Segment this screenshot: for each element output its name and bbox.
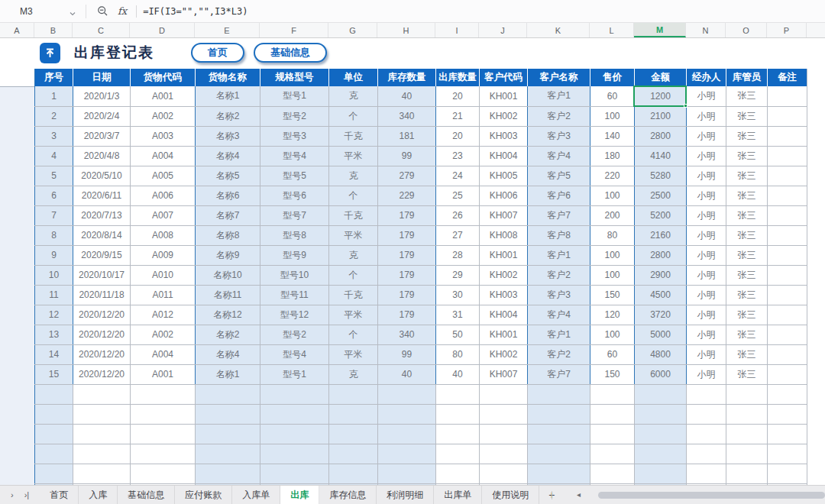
sheet-tab-3[interactable]: 基础信息 bbox=[118, 486, 175, 504]
table-cell[interactable]: 2020/12/20 bbox=[73, 325, 131, 344]
table-cell[interactable] bbox=[378, 424, 436, 444]
table-cell[interactable]: 名称1 bbox=[196, 364, 260, 384]
table-cell[interactable]: 2800 bbox=[635, 126, 687, 146]
table-cell[interactable]: 181 bbox=[378, 126, 436, 146]
table-cell[interactable] bbox=[329, 384, 378, 404]
table-cell[interactable]: 张三 bbox=[726, 364, 768, 384]
table-cell[interactable]: 小明 bbox=[687, 325, 726, 344]
table-cell[interactable]: 型号8 bbox=[260, 225, 329, 245]
table-cell[interactable]: 名称3 bbox=[196, 126, 260, 146]
table-cell[interactable]: 张三 bbox=[726, 344, 768, 364]
table-cell[interactable]: 型号2 bbox=[260, 325, 329, 344]
table-cell[interactable] bbox=[480, 384, 528, 404]
table-cell[interactable] bbox=[329, 464, 378, 483]
table-cell[interactable]: 名称7 bbox=[196, 205, 260, 225]
table-cell[interactable] bbox=[131, 464, 196, 483]
table-cell[interactable]: 小明 bbox=[687, 364, 726, 384]
table-cell[interactable]: 80 bbox=[436, 344, 480, 364]
table-cell[interactable] bbox=[196, 464, 260, 483]
table-cell[interactable]: 20 bbox=[436, 86, 480, 106]
column-header-H[interactable]: H bbox=[377, 23, 435, 37]
table-cell[interactable] bbox=[73, 384, 131, 404]
table-cell[interactable]: 179 bbox=[378, 245, 436, 265]
table-cell[interactable] bbox=[480, 404, 528, 424]
table-cell[interactable]: 名称6 bbox=[196, 186, 260, 205]
table-cell[interactable]: 15 bbox=[35, 364, 73, 384]
table-cell[interactable]: 张三 bbox=[726, 285, 768, 305]
scroll-left-icon[interactable]: ◂ bbox=[577, 490, 581, 499]
table-cell[interactable]: A003 bbox=[131, 126, 196, 146]
column-header-L[interactable]: L bbox=[590, 23, 634, 37]
table-cell[interactable] bbox=[768, 225, 807, 245]
table-cell[interactable]: 99 bbox=[378, 344, 436, 364]
table-cell[interactable]: 2020/12/20 bbox=[73, 364, 131, 384]
table-cell[interactable]: 21 bbox=[436, 106, 480, 126]
horizontal-scrollbar[interactable] bbox=[598, 492, 825, 499]
table-cell[interactable]: 型号11 bbox=[260, 285, 329, 305]
table-header-cell[interactable]: 库存数量 bbox=[378, 69, 436, 86]
column-header-N[interactable]: N bbox=[686, 23, 726, 37]
table-cell[interactable]: 客户6 bbox=[528, 186, 590, 205]
table-cell[interactable]: 2020/12/20 bbox=[73, 305, 131, 325]
table-cell[interactable]: 2020/6/11 bbox=[73, 186, 131, 205]
table-cell[interactable]: 小明 bbox=[687, 205, 726, 225]
table-cell[interactable]: 小明 bbox=[687, 126, 726, 146]
table-cell[interactable]: A009 bbox=[131, 245, 196, 265]
table-cell[interactable]: 型号6 bbox=[260, 186, 329, 205]
column-a-strip[interactable] bbox=[0, 86, 34, 485]
table-cell[interactable] bbox=[635, 384, 687, 404]
table-cell[interactable] bbox=[35, 384, 73, 404]
table-cell[interactable]: 2020/1/3 bbox=[73, 86, 131, 106]
table-cell[interactable] bbox=[260, 464, 329, 483]
table-cell[interactable]: 型号10 bbox=[260, 265, 329, 285]
table-cell[interactable]: 120 bbox=[590, 305, 635, 325]
table-cell[interactable]: 40 bbox=[378, 86, 436, 106]
table-cell[interactable]: 31 bbox=[436, 305, 480, 325]
table-cell[interactable]: KH002 bbox=[480, 106, 528, 126]
table-cell[interactable]: 1 bbox=[35, 86, 73, 106]
table-cell[interactable]: 型号4 bbox=[260, 146, 329, 166]
table-cell[interactable]: KH008 bbox=[480, 225, 528, 245]
table-cell[interactable]: 100 bbox=[590, 106, 635, 126]
table-cell[interactable] bbox=[436, 404, 480, 424]
table-cell[interactable]: KH001 bbox=[480, 245, 528, 265]
table-cell[interactable]: 5200 bbox=[635, 205, 687, 225]
table-cell[interactable] bbox=[590, 424, 635, 444]
table-cell[interactable]: A004 bbox=[131, 146, 196, 166]
table-cell[interactable] bbox=[131, 404, 196, 424]
table-cell[interactable] bbox=[590, 384, 635, 404]
table-cell[interactable] bbox=[196, 404, 260, 424]
table-header-cell[interactable]: 售价 bbox=[590, 69, 635, 86]
sheet-tab-8[interactable]: 利润明细 bbox=[377, 486, 434, 504]
table-cell[interactable]: A004 bbox=[131, 344, 196, 364]
column-header-O[interactable]: O bbox=[726, 23, 767, 37]
table-cell[interactable]: 小明 bbox=[687, 186, 726, 205]
table-cell[interactable]: 2020/8/14 bbox=[73, 225, 131, 245]
table-header-cell[interactable]: 客户代码 bbox=[480, 69, 528, 86]
table-cell[interactable]: KH002 bbox=[480, 265, 528, 285]
table-cell[interactable]: 2800 bbox=[635, 245, 687, 265]
table-header-cell[interactable]: 客户名称 bbox=[528, 69, 590, 86]
table-cell[interactable]: 小明 bbox=[687, 225, 726, 245]
table-header-cell[interactable]: 经办人 bbox=[687, 69, 726, 86]
table-cell[interactable] bbox=[329, 404, 378, 424]
table-header-cell[interactable]: 日期 bbox=[73, 69, 131, 86]
table-cell[interactable] bbox=[436, 464, 480, 483]
table-cell[interactable]: 27 bbox=[436, 225, 480, 245]
table-cell[interactable] bbox=[726, 444, 768, 464]
table-cell[interactable] bbox=[378, 444, 436, 464]
table-cell[interactable]: 25 bbox=[436, 186, 480, 205]
sheet-tab-4[interactable]: 应付账款 bbox=[175, 486, 232, 504]
table-cell[interactable]: 2160 bbox=[635, 225, 687, 245]
table-cell[interactable]: 张三 bbox=[726, 146, 768, 166]
table-cell[interactable]: 179 bbox=[378, 205, 436, 225]
table-cell[interactable]: 23 bbox=[436, 146, 480, 166]
column-header-C[interactable]: C bbox=[73, 23, 130, 37]
table-cell[interactable]: 2020/10/17 bbox=[73, 265, 131, 285]
table-cell[interactable]: 5280 bbox=[635, 166, 687, 186]
table-cell[interactable] bbox=[131, 424, 196, 444]
table-cell[interactable] bbox=[768, 305, 807, 325]
table-cell[interactable] bbox=[528, 404, 590, 424]
table-cell[interactable] bbox=[768, 325, 807, 344]
table-cell[interactable]: 型号7 bbox=[260, 205, 329, 225]
